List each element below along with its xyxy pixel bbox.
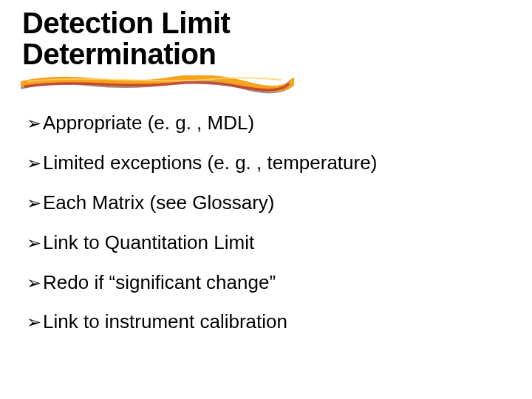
bullet-text: Link to Quantitation Limit [43,232,510,254]
bullet-text: Appropriate (e. g. , MDL) [43,112,510,134]
list-item: ➢ Link to Quantitation Limit [27,232,510,254]
list-item: ➢ Redo if “significant change” [27,272,510,294]
list-item: ➢ Appropriate (e. g. , MDL) [27,112,510,134]
list-item: ➢ Limited exceptions (e. g. , temperatur… [27,152,510,174]
brush-stroke-icon [21,75,294,96]
slide-title: Detection Limit Determination [22,7,510,69]
title-line-2: Determination [22,38,216,70]
slide: Detection Limit Determination ➢ Appropri… [0,0,532,399]
bullet-text: Link to instrument calibration [43,311,510,333]
title-line-1: Detection Limit [22,7,230,39]
bullet-marker-icon: ➢ [27,273,43,293]
bullet-marker-icon: ➢ [27,113,43,134]
bullet-text: Limited exceptions (e. g. , temperature) [43,152,510,174]
bullet-marker-icon: ➢ [27,153,43,174]
bullet-text: Each Matrix (see Glossary) [43,192,510,214]
list-item: ➢ Link to instrument calibration [27,311,510,333]
bullet-list: ➢ Appropriate (e. g. , MDL) ➢ Limited ex… [22,112,510,333]
title-underline [21,75,294,96]
bullet-text: Redo if “significant change” [43,272,510,294]
bullet-marker-icon: ➢ [27,233,43,253]
bullet-marker-icon: ➢ [27,312,43,332]
bullet-marker-icon: ➢ [27,193,43,214]
list-item: ➢ Each Matrix (see Glossary) [27,192,510,214]
